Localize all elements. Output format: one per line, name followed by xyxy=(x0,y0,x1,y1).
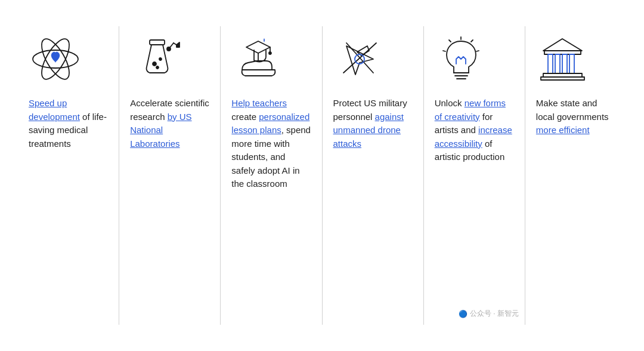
column-3: Help teachers create personalized lesson… xyxy=(221,26,322,325)
svg-point-9 xyxy=(167,47,171,51)
svg-rect-27 xyxy=(562,54,567,73)
increase-accessibility-link[interactable]: increase accessibility xyxy=(435,125,512,149)
svg-rect-30 xyxy=(541,77,584,80)
col1-text: Speed up development of life-saving medi… xyxy=(29,97,108,150)
building-icon xyxy=(536,32,590,86)
column-4: Protect US military personnel against un… xyxy=(323,26,424,325)
watermark: 🔵 公众号 · 新智元 xyxy=(459,309,519,319)
us-national-link[interactable]: by US National Laboratories xyxy=(130,112,191,149)
help-teachers-link[interactable]: Help teachers xyxy=(231,98,287,108)
main-container: Speed up development of life-saving medi… xyxy=(12,14,632,337)
svg-line-21 xyxy=(443,51,445,51)
graduation-hand-icon xyxy=(231,32,285,86)
column-5: Unlock new forms of creativity for artis… xyxy=(424,26,525,325)
svg-line-20 xyxy=(471,40,473,42)
plane-cross-icon xyxy=(333,32,387,86)
new-forms-link[interactable]: new forms of creativity xyxy=(435,98,506,122)
more-efficient-link[interactable]: more efficient xyxy=(536,125,590,135)
col2-text: Accelerate scientific research by US Nat… xyxy=(130,97,209,150)
watermark-text: 公众号 · 新智元 xyxy=(470,309,519,319)
svg-point-4 xyxy=(153,62,156,66)
col6-text: Make state and local governments more ef… xyxy=(536,97,615,137)
col3-text: Help teachers create personalized lesson… xyxy=(231,97,311,191)
personalized-lesson-link[interactable]: personalized lesson plans xyxy=(231,112,309,136)
svg-point-11 xyxy=(269,52,271,54)
col5-text: Unlock new forms of creativity for artis… xyxy=(435,97,514,164)
col4-text: Protect US military personnel against un… xyxy=(333,97,413,150)
svg-rect-26 xyxy=(555,54,560,73)
column-1: Speed up development of life-saving medi… xyxy=(18,26,119,325)
svg-line-19 xyxy=(449,40,451,42)
column-6: Make state and local governments more ef… xyxy=(525,26,626,325)
column-2: Accelerate scientific research by US Nat… xyxy=(119,26,221,325)
svg-marker-10 xyxy=(246,41,270,53)
svg-point-5 xyxy=(159,58,162,60)
svg-marker-23 xyxy=(543,39,582,51)
svg-rect-3 xyxy=(150,40,165,45)
svg-point-6 xyxy=(156,66,159,69)
speed-up-link[interactable]: Speed up development xyxy=(29,98,80,122)
svg-rect-28 xyxy=(569,54,574,73)
drone-attacks-link[interactable]: against unmanned drone attacks xyxy=(333,112,404,149)
atom-heart-icon xyxy=(29,32,82,86)
svg-rect-25 xyxy=(548,54,553,73)
watermark-icon: 🔵 xyxy=(459,310,467,318)
lightbulb-icon xyxy=(435,32,488,86)
svg-line-22 xyxy=(476,51,479,51)
robot-arm-icon xyxy=(130,32,184,86)
